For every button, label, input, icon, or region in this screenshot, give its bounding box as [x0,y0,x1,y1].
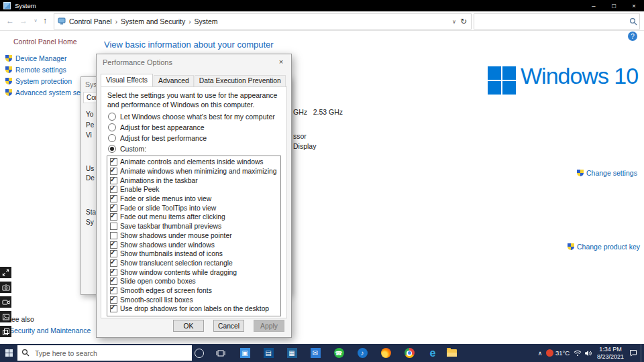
checkbox[interactable] [110,232,117,239]
option-row[interactable]: Use drop shadows for icon labels on the … [107,304,280,314]
network-icon[interactable] [573,344,582,362]
tab-data-execution-prevention[interactable]: Data Execution Prevention [195,75,286,86]
option-row[interactable]: Slide open combo boxes [107,277,280,286]
back-button[interactable]: ← [4,11,16,30]
radio-icon[interactable] [108,123,116,131]
cancel-button[interactable]: Cancel [213,320,244,332]
checkbox[interactable] [110,250,117,257]
checkbox[interactable] [110,158,117,166]
maximize-button[interactable]: □ [604,0,624,11]
start-button[interactable] [0,344,17,362]
option-row[interactable]: Show shadows under windows [107,240,280,249]
breadcrumb-system[interactable]: System [195,17,218,25]
temperature-readout[interactable]: 31°C [555,344,570,362]
tab-visual-effects[interactable]: Visual Effects [101,74,153,86]
taskbar-app-file-explorer[interactable] [443,344,460,362]
checkbox[interactable] [110,287,117,294]
option-row[interactable]: Animate windows when minimizing and maxi… [107,167,280,176]
minimize-button[interactable]: – [584,0,604,11]
fullscreen-icon[interactable] [0,267,11,278]
option-row[interactable]: Show window contents while dragging [107,267,280,277]
breadcrumb-system-and-security[interactable]: System and Security [121,17,185,25]
taskbar-search-box[interactable] [17,345,192,361]
sidebar-control-panel-home[interactable]: Control Panel Home [13,38,77,46]
checkbox[interactable] [110,195,117,202]
option-row[interactable]: Animations in the taskbar [107,176,280,185]
taskbar-app-chrome[interactable] [400,344,418,362]
taskbar-app-edge[interactable]: e [424,344,441,362]
taskbar-app-store[interactable]: ▤ [260,344,277,362]
sidebar-item-device-manager[interactable]: Device Manager [5,54,66,62]
task-view-button[interactable] [212,344,229,362]
option-row[interactable]: Fade or slide menus into view [107,194,280,204]
close-button[interactable]: × [624,0,644,11]
checkbox[interactable] [110,259,117,267]
up-button[interactable]: ↑ [39,11,51,30]
checkbox[interactable] [110,186,117,193]
change-settings-link[interactable]: Change settings [577,169,637,177]
control-panel-search-input[interactable] [474,17,627,25]
option-row[interactable]: Fade or slide ToolTips into view [107,203,280,213]
tab-advanced[interactable]: Advanced [154,75,194,86]
sidebar-item-security-and-maintenance[interactable]: Security and Maintenance [9,326,91,335]
checkbox[interactable] [110,223,117,230]
radio-adjust-best-appearance[interactable]: Adjust for best appearance [108,123,205,131]
camera-icon[interactable] [0,282,11,293]
gallery-icon[interactable] [0,311,11,322]
checkbox[interactable] [110,296,117,304]
radio-icon[interactable] [108,145,116,153]
taskbar-app-calculator[interactable]: ▦ [283,344,301,362]
sidebar-item-remote-settings[interactable]: Remote settings [5,66,66,74]
hidden-icons-chevron[interactable]: ∧ [535,344,545,362]
option-row[interactable]: Show shadows under mouse pointer [107,231,280,241]
taskbar-app-mail[interactable]: ✉ [307,344,324,362]
breadcrumb-control-panel[interactable]: Control Panel [69,17,112,25]
option-row[interactable]: Fade out menu items after clicking [107,213,280,222]
ok-button[interactable]: OK [173,320,204,332]
action-center-icon[interactable] [628,344,639,362]
radio-custom[interactable]: Custom: [108,145,146,153]
radio-icon[interactable] [108,134,116,142]
taskbar-app-whatsapp[interactable]: ☎ [330,344,347,362]
checkbox[interactable] [110,168,117,175]
option-row[interactable]: Smooth-scroll list boxes [107,295,280,304]
refresh-button[interactable]: ↻ [456,13,472,29]
forward-button[interactable]: → [17,11,30,30]
dialog-close-button[interactable]: × [271,54,291,69]
checkbox[interactable] [110,278,117,285]
search-icon[interactable] [627,17,639,25]
show-desktop-button[interactable] [641,344,644,362]
radio-adjust-best-performance[interactable]: Adjust for best performance [108,134,207,142]
taskbar-app-firefox[interactable] [377,344,394,362]
option-row[interactable]: Smooth edges of screen fonts [107,286,280,296]
copy-icon[interactable] [0,326,11,337]
radio-let-windows-choose[interactable]: Let Windows choose what's best for my co… [108,113,275,121]
option-row[interactable]: Save taskbar thumbnail previews [107,222,280,231]
apply-button[interactable]: Apply [254,320,284,332]
option-row[interactable]: Enable Peek [107,185,280,194]
weather-icon[interactable] [546,349,553,357]
option-row[interactable]: Show thumbnails instead of icons [107,249,280,259]
change-product-key-link[interactable]: Change product key [568,243,640,251]
cortana-button[interactable] [191,344,208,362]
checkbox[interactable] [110,204,117,212]
checkbox[interactable] [110,269,117,276]
checkbox[interactable] [110,241,117,249]
help-icon[interactable]: ? [628,32,637,41]
option-row[interactable]: Animate controls and elements inside win… [107,158,280,167]
taskbar-app-photos[interactable]: ▣ [236,344,254,362]
taskbar-app-groove-music[interactable]: ♪ [354,344,371,362]
video-recorder-icon[interactable] [0,296,11,308]
taskbar-clock[interactable]: 1:34 PM 8/23/2021 [594,346,627,361]
visual-effects-options-list[interactable]: Animate controls and elements inside win… [107,156,281,316]
control-panel-search-box[interactable] [474,13,640,29]
checkbox[interactable] [110,213,117,221]
address-bar[interactable]: Control Panel › System and Security › Sy… [54,13,461,29]
checkbox[interactable] [110,177,117,184]
taskbar-search-input[interactable] [34,349,192,358]
radio-icon[interactable] [108,113,116,121]
option-row[interactable]: Show translucent selection rectangle [107,259,280,268]
sidebar-item-system-protection[interactable]: System protection [5,77,72,85]
checkbox[interactable] [110,305,117,312]
volume-icon[interactable] [584,344,593,362]
